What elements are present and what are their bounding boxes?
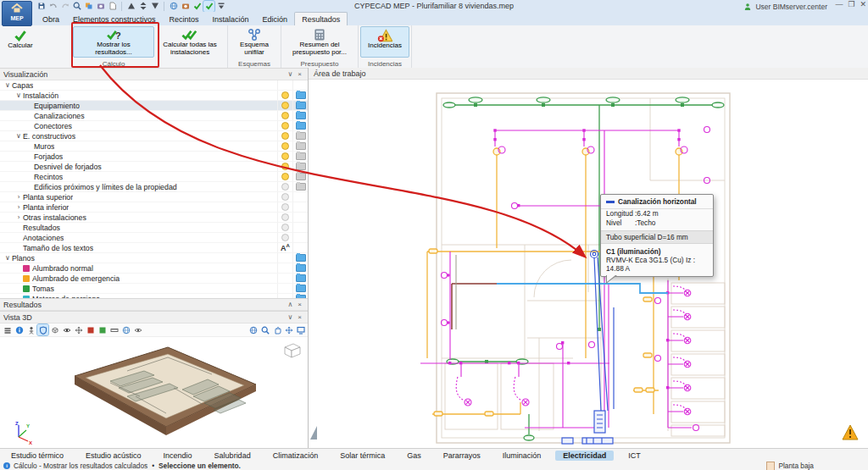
module-tab-climatización[interactable]: Climatización bbox=[265, 451, 326, 461]
tree-item-forjados[interactable]: Forjados bbox=[0, 152, 308, 162]
expander-closed-icon[interactable]: › bbox=[14, 193, 23, 201]
floor-plan-canvas[interactable] bbox=[309, 79, 868, 449]
view-down-icon[interactable] bbox=[149, 1, 160, 12]
layer-folder-icon[interactable] bbox=[296, 142, 306, 150]
ribbon-button-calculate-check[interactable]: Calcular bbox=[2, 26, 39, 58]
bimserver-user[interactable]: User BIMserver.center bbox=[742, 1, 827, 12]
menu-tab-edición[interactable]: Edición bbox=[256, 12, 295, 25]
orbit-icon[interactable] bbox=[248, 324, 259, 335]
capture-view-icon[interactable] bbox=[295, 324, 306, 335]
tree-item-equipamiento[interactable]: Equipamiento bbox=[0, 101, 308, 111]
layer-list-icon[interactable] bbox=[2, 324, 13, 335]
visibility-bulb-icon[interactable] bbox=[281, 203, 289, 211]
tree-item-desnivel-de-forjados[interactable]: Desnivel de forjados bbox=[0, 162, 308, 172]
floor-slabs-icon[interactable] bbox=[108, 324, 120, 335]
image-gallery-icon[interactable] bbox=[83, 1, 94, 12]
visibility-bulb-icon[interactable] bbox=[281, 234, 289, 241]
layer-folder-icon[interactable] bbox=[296, 173, 306, 180]
tree-item-planta-inferior[interactable]: ›Planta inferior bbox=[0, 202, 308, 213]
layer-folder-icon[interactable] bbox=[296, 102, 306, 109]
expander-open-icon[interactable]: ∨ bbox=[3, 254, 12, 262]
ribbon-button-double-check[interactable]: Calcular todas las instalaciones bbox=[154, 26, 225, 58]
expander-open-icon[interactable]: ∨ bbox=[14, 132, 23, 140]
visibility-bulb-icon[interactable] bbox=[281, 122, 289, 130]
tree-item-alumbrado-normal[interactable]: Alumbrado normal bbox=[0, 263, 308, 274]
center-view-icon[interactable] bbox=[283, 324, 294, 335]
menu-tab-instalación[interactable]: Instalación bbox=[206, 12, 256, 25]
module-tab-solar-térmica[interactable]: Solar térmica bbox=[332, 451, 392, 461]
tree-item-planos[interactable]: ∨Planos bbox=[0, 253, 308, 263]
collapse-icon[interactable]: ∨ bbox=[285, 70, 295, 78]
capture-icon[interactable] bbox=[95, 1, 106, 12]
zoom-icon[interactable] bbox=[259, 324, 270, 335]
analysis-panel-icon[interactable] bbox=[97, 324, 108, 335]
expander-open-icon[interactable]: ∨ bbox=[14, 91, 23, 99]
app-logo[interactable]: MEP bbox=[2, 1, 32, 26]
visibility-bulb-icon[interactable] bbox=[281, 173, 289, 180]
layer-folder-icon[interactable] bbox=[296, 285, 306, 292]
tree-item-conectores[interactable]: Conectores bbox=[0, 121, 308, 131]
visibility-bulb-icon[interactable] bbox=[281, 183, 289, 191]
tree-item-canalizaciones[interactable]: Canalizaciones bbox=[0, 111, 308, 121]
menu-tab-resultados[interactable]: Resultados bbox=[294, 12, 348, 25]
module-tab-pararrayos[interactable]: Pararrayos bbox=[436, 451, 488, 461]
maximize-button[interactable]: ❐ bbox=[848, 0, 854, 8]
visibility-bulb-icon[interactable] bbox=[281, 213, 289, 221]
render-icon[interactable] bbox=[180, 1, 191, 12]
module-tab-estudio-acústico[interactable]: Estudio acústico bbox=[78, 451, 149, 461]
layer-folder-icon[interactable] bbox=[296, 122, 306, 130]
expand-icon[interactable]: ∧ bbox=[285, 301, 295, 308]
tree-item-tomas[interactable]: Tomas bbox=[0, 284, 308, 294]
visibility-bulb-icon[interactable] bbox=[281, 102, 289, 109]
module-tab-incendio[interactable]: Incendio bbox=[156, 451, 200, 461]
visibility-bulb-icon[interactable] bbox=[281, 112, 289, 119]
visibility-bulb-icon[interactable] bbox=[281, 142, 289, 150]
tree-item-instalación[interactable]: ∨Instalación bbox=[0, 91, 308, 101]
layer-folder-icon[interactable] bbox=[296, 183, 306, 191]
pan-icon[interactable] bbox=[271, 324, 282, 335]
hide-elements-icon[interactable] bbox=[61, 324, 72, 335]
section-planes-icon[interactable] bbox=[85, 324, 96, 335]
show-results-icon[interactable] bbox=[203, 1, 214, 12]
info-icon[interactable] bbox=[14, 324, 25, 335]
layer-folder-icon[interactable] bbox=[296, 274, 306, 282]
layer-folder-icon[interactable] bbox=[296, 91, 306, 99]
expander-closed-icon[interactable]: › bbox=[14, 213, 23, 221]
tree-item-otras-instalaciones[interactable]: ›Otras instalaciones bbox=[0, 213, 308, 223]
view-up-icon[interactable] bbox=[125, 1, 136, 12]
tree-item-muros[interactable]: Muros bbox=[0, 141, 308, 152]
close-icon[interactable]: × bbox=[295, 313, 304, 321]
module-tab-salubridad[interactable]: Salubridad bbox=[207, 451, 259, 461]
tree-item-alumbrado-de-emergencia[interactable]: Alumbrado de emergencia bbox=[0, 274, 308, 284]
tree-item-recintos[interactable]: Recintos bbox=[0, 172, 308, 182]
undo-icon[interactable] bbox=[47, 1, 58, 12]
visibility-bulb-icon[interactable] bbox=[281, 152, 289, 160]
close-icon[interactable]: × bbox=[295, 70, 304, 78]
visibility-icon[interactable] bbox=[132, 324, 143, 335]
ribbon-button-budget-summary[interactable]: Resumen del presupuesto por... bbox=[283, 26, 356, 58]
ribbon-button-single-line-diagram[interactable]: Esquema unifilar bbox=[230, 26, 279, 58]
module-tab-gas[interactable]: Gas bbox=[399, 451, 429, 461]
orbit-cube-icon[interactable] bbox=[49, 324, 60, 335]
menu-tab-recintos[interactable]: Recintos bbox=[163, 12, 206, 25]
expander-open-icon[interactable]: ∨ bbox=[3, 81, 12, 89]
visibility-bulb-icon[interactable] bbox=[281, 224, 289, 231]
zoom-icon[interactable] bbox=[71, 1, 82, 12]
options-caret-icon[interactable] bbox=[215, 1, 226, 12]
tree-item-e-constructivos[interactable]: ∨E. constructivos bbox=[0, 131, 308, 141]
visibility-bulb-icon[interactable] bbox=[281, 193, 289, 201]
save-icon[interactable] bbox=[36, 1, 47, 12]
minimize-button[interactable]: — bbox=[835, 0, 843, 8]
close-icon[interactable]: × bbox=[295, 301, 304, 308]
collapse-icon[interactable]: ∨ bbox=[285, 313, 295, 321]
visibility-bulb-icon[interactable] bbox=[281, 132, 289, 140]
layer-folder-icon[interactable] bbox=[296, 254, 306, 262]
current-floor[interactable]: Planta baja bbox=[766, 462, 814, 470]
visibility-bulb-icon[interactable] bbox=[281, 163, 289, 170]
protection-icon[interactable] bbox=[37, 324, 48, 335]
tree-item-anotaciones[interactable]: Anotaciones bbox=[0, 233, 308, 243]
layer-folder-icon[interactable] bbox=[296, 295, 306, 298]
walkthrough-icon[interactable] bbox=[25, 324, 36, 335]
layer-folder-icon[interactable] bbox=[296, 152, 306, 160]
module-tab-iluminación[interactable]: Iluminación bbox=[495, 451, 549, 461]
